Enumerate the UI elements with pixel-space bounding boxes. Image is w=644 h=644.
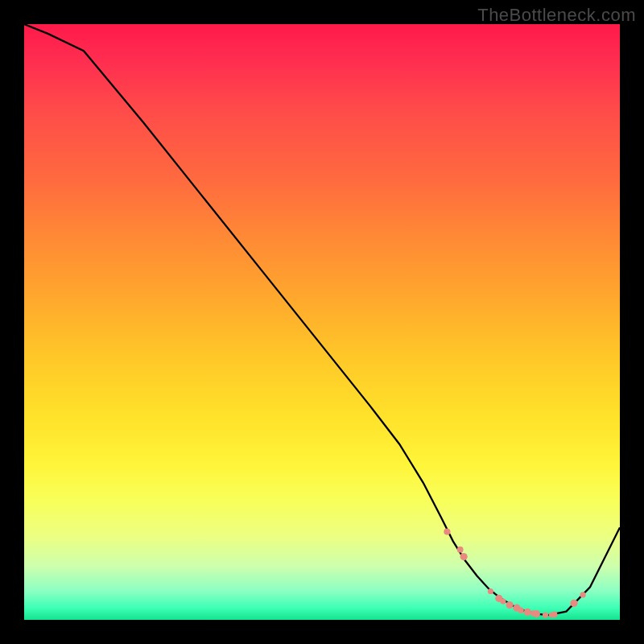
bottleneck-marker [444,528,450,535]
bottleneck-marker [533,610,540,617]
plot-area [24,24,620,620]
watermark-text: TheBottleneck.com [477,5,636,26]
bottleneck-marker [500,598,506,604]
bottleneck-marker [580,592,586,597]
bottleneck-marker [460,553,468,560]
bottleneck-marker [524,609,531,616]
bottleneck-marker [543,612,548,617]
bottleneck-curve [24,24,620,620]
bottleneck-marker [518,608,524,613]
bottleneck-marker [488,588,493,594]
bottleneck-marker [551,611,558,617]
frame: TheBottleneck.com [0,0,644,644]
bottleneck-marker [506,601,514,609]
bottleneck-marker [570,600,577,607]
bottleneck-marker [457,547,464,553]
